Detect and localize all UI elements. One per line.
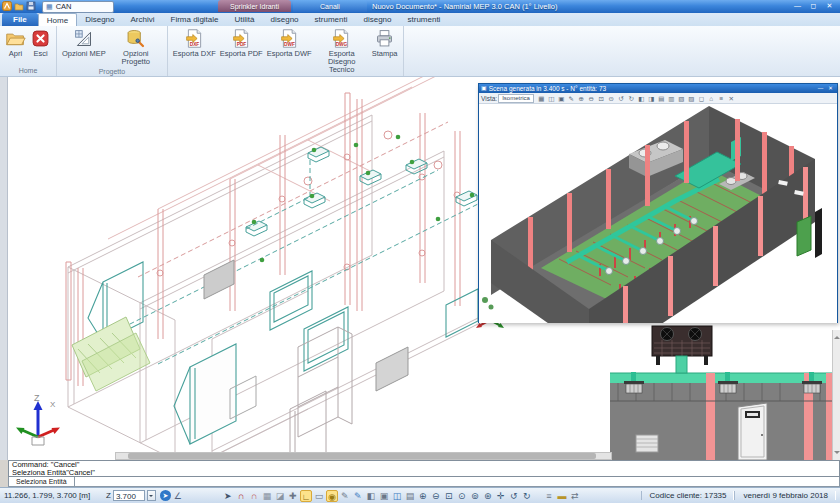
maximize-button[interactable]: ◻ — [806, 1, 821, 11]
command-history[interactable]: Command: "Cancel" Seleziona Entità"Cance… — [8, 460, 840, 477]
opzioni-mep-button[interactable]: Opzioni MEP — [60, 27, 108, 59]
draw-pencil-icon[interactable]: ✎ — [339, 490, 351, 502]
esporta-pdf-button[interactable]: PDF Esporta PDF — [218, 27, 265, 59]
minimize-button[interactable]: — — [790, 1, 805, 11]
selection-window-icon[interactable]: ▭ — [313, 490, 325, 502]
zoom-out-icon[interactable]: ⊖ — [587, 94, 596, 103]
view-mode-icon[interactable]: ▦ — [537, 94, 546, 103]
tab-sprinkler-disegno[interactable]: disegno — [263, 13, 307, 26]
tab-disegno[interactable]: Disegno — [77, 13, 122, 26]
esci-button[interactable]: Esci — [28, 27, 53, 59]
zoom-out-icon[interactable]: ⊖ — [430, 490, 442, 502]
orbit-left-icon[interactable]: ↺ — [617, 94, 626, 103]
horizontal-scrollbar-thumb[interactable] — [128, 453, 596, 459]
document-selector[interactable]: ▦ CAN — [42, 1, 114, 13]
drawing-area[interactable]: Z X Z X — [0, 77, 840, 460]
stampa-button[interactable]: Stampa — [370, 27, 400, 59]
esporta-dwf-button[interactable]: DWF Esporta DWF — [265, 27, 314, 59]
grid-icon[interactable]: ▦ — [261, 490, 273, 502]
close-button[interactable]: ✕ — [822, 1, 837, 11]
osnap-tracking-icon[interactable]: ∩ — [248, 490, 260, 502]
ruler-icon[interactable]: ▬ — [556, 490, 568, 502]
view-selector[interactable]: Isometrica — [498, 94, 534, 103]
tab-sprinkler-strumenti[interactable]: strumenti — [307, 13, 356, 26]
zoom-window-icon[interactable]: ⊡ — [443, 490, 455, 502]
tab-firma-digitale[interactable]: Firma digitale — [163, 13, 227, 26]
fill-mode-icon[interactable]: ◧ — [365, 490, 377, 502]
screen-icon[interactable]: ▤ — [404, 490, 416, 502]
render-close-button[interactable]: ✕ — [826, 85, 835, 92]
tab-utilita[interactable]: Utilità — [227, 13, 263, 26]
annotate-pen-icon[interactable]: ✎ — [352, 490, 364, 502]
render-viewport[interactable] — [479, 104, 837, 323]
tab-canali-disegno[interactable]: disegno — [355, 13, 399, 26]
view-right-icon[interactable]: ◨ — [647, 94, 656, 103]
scroll-up-arrow-icon[interactable] — [834, 333, 840, 339]
vertical-scrollbar[interactable] — [832, 330, 840, 460]
app-menu-icon[interactable] — [2, 1, 12, 11]
tab-archivi[interactable]: Archivi — [122, 13, 162, 26]
tab-canali-strumenti[interactable]: strumenti — [400, 13, 449, 26]
solid-box-icon[interactable]: ▣ — [378, 490, 390, 502]
view-side-icon[interactable]: ▧ — [677, 94, 686, 103]
command-input[interactable] — [75, 477, 840, 487]
close-render-icon[interactable]: ✕ — [727, 94, 736, 103]
statusbar-left-icons: ➤∠ — [160, 490, 184, 502]
home-view-icon[interactable]: ⌂ — [707, 94, 716, 103]
layout-icon[interactable]: ≡ — [543, 490, 555, 502]
osnap-magnet-icon[interactable]: ∩ — [235, 490, 247, 502]
scroll-down-arrow-icon[interactable] — [834, 451, 840, 457]
background-icon[interactable]: ◻ — [697, 94, 706, 103]
set-elevation-icon[interactable]: ➤ — [160, 490, 171, 501]
render-minimize-button[interactable]: — — [816, 85, 825, 92]
button-label: Opzioni MEP — [62, 50, 106, 58]
regen-icon[interactable]: ↻ — [521, 490, 533, 502]
entity-light-icon[interactable]: ◉ — [326, 490, 338, 502]
tab-home[interactable]: Home — [38, 13, 77, 26]
crosshair-icon[interactable]: ✚ — [287, 490, 299, 502]
cube-view-icon[interactable]: ◫ — [391, 490, 403, 502]
orbit-right-icon[interactable]: ↻ — [627, 94, 636, 103]
render-window-titlebar[interactable]: ▣ Scena generata in 3.400 s - N° entità:… — [479, 84, 837, 93]
zoom-extents-icon[interactable]: ⊙ — [456, 490, 468, 502]
save-icon[interactable] — [26, 1, 36, 11]
zoom-window-icon[interactable]: ⊡ — [597, 94, 606, 103]
select-arrow-icon[interactable]: ➤ — [222, 490, 234, 502]
contextual-group-canali[interactable]: Canali — [293, 0, 367, 12]
zoom-previous-icon[interactable]: ⊛ — [482, 490, 494, 502]
open-file-icon[interactable] — [14, 1, 24, 11]
view-front-icon[interactable]: ▥ — [667, 94, 676, 103]
apri-button[interactable]: Apri — [3, 27, 28, 59]
ortho-icon[interactable]: ∟ — [300, 490, 312, 502]
view-left-icon[interactable]: ◧ — [637, 94, 646, 103]
render-window[interactable]: ▣ Scena generata in 3.400 s - N° entità:… — [478, 83, 838, 323]
command-prompt-tab[interactable]: Seleziona Entità — [8, 477, 75, 487]
open-folder-icon — [5, 28, 26, 49]
z-dropdown-button[interactable] — [147, 490, 156, 501]
isoplane-icon[interactable]: ◪ — [274, 490, 286, 502]
zoom-extents-icon[interactable]: ⊙ — [607, 94, 616, 103]
solid-view-icon[interactable]: ▣ — [557, 94, 566, 103]
annotate-icon[interactable]: ✎ — [567, 94, 576, 103]
export-dwg-icon: DWG — [331, 28, 352, 49]
esporta-dxf-button[interactable]: DXF Esporta DXF — [171, 27, 218, 59]
tab-file[interactable]: File — [2, 13, 38, 26]
pan-icon[interactable]: ✛ — [495, 490, 507, 502]
zoom-in-icon[interactable]: ⊕ — [577, 94, 586, 103]
esporta-disegno-tecnico-button[interactable]: DWG Esporta Disegno Tecnico — [314, 27, 370, 75]
z-value-input[interactable]: 3.700 — [113, 490, 145, 501]
contextual-group-sprinkler-idranti[interactable]: Sprinkler Idranti — [218, 0, 291, 12]
angle-icon[interactable]: ∠ — [172, 490, 184, 502]
zoom-in-icon[interactable]: ⊕ — [417, 490, 429, 502]
view-back-icon[interactable]: ▨ — [687, 94, 696, 103]
shading-icon[interactable]: ◫ — [547, 94, 556, 103]
horizontal-scrollbar[interactable] — [115, 452, 612, 460]
orbit-icon[interactable]: ↺ — [508, 490, 520, 502]
opzioni-progetto-button[interactable]: Opzioni Progetto — [108, 27, 164, 67]
options-icon[interactable]: ≡ — [717, 94, 726, 103]
command-panel: Command: "Cancel" Seleziona Entità"Cance… — [0, 460, 840, 487]
render-3d-scene — [479, 104, 837, 323]
zoom-scale-icon[interactable]: ⊚ — [469, 490, 481, 502]
view-top-icon[interactable]: ▤ — [657, 94, 666, 103]
sync-icon[interactable]: ⇄ — [569, 490, 581, 502]
